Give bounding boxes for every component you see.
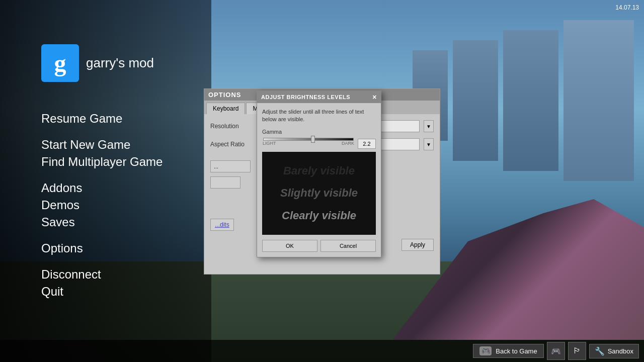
menu-addons[interactable]: Addons (41, 180, 163, 196)
game-logo-box: g (41, 44, 79, 82)
resolution-label: Resolution (210, 123, 261, 130)
brightness-dialog: ADJUST BRIGHTNESS LEVELS × Adjust the sl… (257, 90, 381, 257)
flag-icon: 🏳 (573, 346, 581, 355)
menu-quit[interactable]: Quit (41, 284, 163, 300)
dialog-title: ADJUST BRIGHTNESS LEVELS (261, 94, 350, 100)
aspect-dropdown-btn[interactable]: ▼ (424, 138, 434, 150)
building-3 (453, 40, 498, 161)
building-2 (503, 30, 558, 171)
gamma-slider-thumb[interactable] (311, 136, 315, 143)
menu-demos[interactable]: Demos (41, 197, 163, 213)
gamma-slider-track[interactable] (263, 138, 354, 141)
preview-text-barely: Barely visible (283, 164, 355, 177)
dialog-close-btn[interactable]: × (372, 94, 377, 101)
logo-letter: g (54, 49, 66, 77)
tab-keyboard[interactable]: Keyboard (206, 103, 245, 114)
resolution-dropdown-btn[interactable]: ▼ (424, 120, 434, 132)
menu-spacer-4 (41, 257, 163, 265)
building-1 (564, 20, 634, 181)
credits-link[interactable]: ...dits (210, 219, 234, 231)
brightness-option-btn[interactable]: ... (210, 160, 251, 172)
menu-spacer-3 (41, 231, 163, 239)
game-title: garry's mod (86, 55, 154, 71)
timestamp: 14.07.13 (615, 4, 639, 11)
aspect-label: Aspect Ratio (210, 141, 261, 148)
main-menu: Resume Game Start New Game Find Multipla… (41, 111, 163, 300)
gamepad-icon: 🎮 (479, 346, 492, 355)
menu-spacer-1 (41, 128, 163, 136)
menu-spacer-2 (41, 171, 163, 179)
gamma-label: Gamma (262, 129, 376, 135)
gamma-min-label: LIGHT (263, 141, 276, 146)
menu-resume[interactable]: Resume Game (41, 111, 163, 127)
dialog-buttons: OK Cancel (262, 240, 376, 252)
gamma-value-display: 2.2 (358, 139, 376, 149)
ok-button[interactable]: OK (262, 240, 317, 252)
brightness-preview-box: Barely visible Slightly visible Clearly … (262, 152, 376, 235)
logo-area: g garry's mod (41, 44, 154, 82)
checkbox-area[interactable] (210, 176, 240, 189)
gamma-max-label: DARK (342, 141, 354, 146)
gamma-row: LIGHT DARK 2.2 (262, 138, 376, 150)
menu-saves[interactable]: Saves (41, 214, 163, 230)
dialog-titlebar: ADJUST BRIGHTNESS LEVELS × (257, 91, 381, 103)
menu-options[interactable]: Options (41, 240, 163, 256)
wrench-icon: 🔧 (595, 346, 605, 356)
controller-icon: 🎮 (551, 346, 561, 356)
bottom-bar: 🎮 Back to Game 🎮 🏳 🔧 Sandbox (0, 340, 644, 362)
menu-multiplayer[interactable]: Find Multiplayer Game (41, 154, 163, 170)
preview-text-clearly: Clearly visible (282, 209, 356, 222)
sandbox-button[interactable]: 🔧 Sandbox (589, 344, 639, 358)
gamma-slider-container: LIGHT DARK (262, 138, 355, 150)
gamma-axis-labels: LIGHT DARK (262, 141, 355, 146)
controller-icon-btn[interactable]: 🎮 (547, 342, 565, 360)
back-to-game-label: Back to Game (496, 347, 537, 355)
back-to-game-button[interactable]: 🎮 Back to Game (473, 344, 543, 358)
menu-disconnect[interactable]: Disconnect (41, 266, 163, 283)
menu-newgame[interactable]: Start New Game (41, 137, 163, 153)
dialog-body: Adjust the slider until all three lines … (257, 103, 381, 257)
cancel-button[interactable]: Cancel (320, 240, 376, 252)
preview-text-slightly: Slightly visible (280, 187, 358, 200)
apply-button[interactable]: Apply (401, 239, 434, 251)
dialog-description: Adjust the slider until all three lines … (262, 108, 376, 124)
flag-icon-btn[interactable]: 🏳 (568, 342, 586, 360)
sandbox-label: Sandbox (608, 347, 633, 355)
